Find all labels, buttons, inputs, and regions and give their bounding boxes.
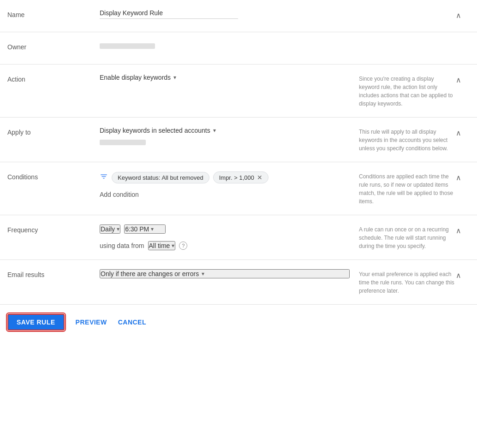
email-results-toggle[interactable] bbox=[456, 269, 470, 280]
action-dropdown-arrow-icon: ▾ bbox=[173, 74, 176, 81]
email-results-hint: Your email preference is applied each ti… bbox=[350, 269, 456, 295]
chip-keyword-status-label: Keyword status: All but removed bbox=[118, 174, 203, 181]
email-results-label: Email results bbox=[7, 269, 100, 278]
chevron-up-icon bbox=[456, 11, 461, 20]
footer: SAVE RULE PREVIEW CANCEL bbox=[0, 305, 477, 340]
preview-button[interactable]: PREVIEW bbox=[76, 318, 107, 326]
conditions-row: Keyword status: All but removed Impr. > … bbox=[100, 171, 350, 183]
email-dropdown-arrow-icon: ▾ bbox=[202, 271, 204, 277]
owner-hint bbox=[350, 41, 456, 42]
name-toggle[interactable] bbox=[456, 9, 470, 20]
chevron-up-icon bbox=[456, 129, 461, 137]
name-label: Name bbox=[7, 9, 100, 18]
name-section: Name Display Keyword Rule bbox=[0, 0, 477, 32]
action-label: Action bbox=[7, 74, 100, 83]
apply-to-placeholder bbox=[100, 140, 146, 145]
conditions-content: Keyword status: All but removed Impr. > … bbox=[100, 171, 350, 198]
chevron-up-icon bbox=[456, 76, 461, 84]
data-range-value: All time bbox=[149, 242, 170, 249]
help-icon[interactable]: ? bbox=[179, 242, 187, 250]
name-hint bbox=[350, 9, 456, 10]
apply-to-section: Apply to Display keywords in selected ac… bbox=[0, 118, 477, 162]
action-dropdown-value: Enable display keywords bbox=[100, 74, 171, 81]
owner-placeholder bbox=[100, 43, 155, 49]
data-range-dropdown[interactable]: All time ▾ bbox=[148, 241, 176, 250]
frequency-dropdown[interactable]: Daily ▾ bbox=[100, 224, 120, 234]
chip-impr-label: Impr. > 1,000 bbox=[219, 174, 254, 181]
email-results-content: Only if there are changes or errors ▾ bbox=[100, 269, 350, 278]
owner-content bbox=[100, 41, 350, 49]
condition-chip-keyword-status: Keyword status: All but removed bbox=[112, 172, 209, 183]
action-section: Action Enable display keywords ▾ Since y… bbox=[0, 65, 477, 118]
frequency-section: Frequency Daily ▾ 6:30 PM ▾ using data f… bbox=[0, 215, 477, 260]
apply-to-label: Apply to bbox=[7, 127, 100, 136]
conditions-toggle[interactable] bbox=[456, 171, 470, 182]
frequency-content: Daily ▾ 6:30 PM ▾ using data from All ti… bbox=[100, 224, 350, 250]
condition-chip-impr: Impr. > 1,000 ✕ bbox=[213, 171, 268, 183]
chevron-up-icon bbox=[456, 271, 461, 280]
conditions-hint: Conditions are applied each time the rul… bbox=[350, 171, 456, 206]
cancel-button[interactable]: CANCEL bbox=[118, 318, 146, 326]
name-value: Display Keyword Rule bbox=[100, 9, 238, 19]
time-dropdown-arrow-icon: ▾ bbox=[151, 226, 154, 232]
action-toggle[interactable] bbox=[456, 74, 470, 84]
name-content: Display Keyword Rule bbox=[100, 9, 350, 19]
frequency-hint: A rule can run once or on a recurring sc… bbox=[350, 224, 456, 250]
owner-section: Owner bbox=[0, 32, 477, 65]
frequency-value: Daily bbox=[101, 225, 115, 233]
data-range-arrow-icon: ▾ bbox=[172, 242, 174, 249]
frequency-toggle[interactable] bbox=[456, 224, 470, 235]
freq-dropdown-arrow-icon: ▾ bbox=[117, 226, 119, 232]
apply-to-dropdown-arrow-icon: ▾ bbox=[213, 127, 216, 134]
apply-to-dropdown-value: Display keywords in selected accounts bbox=[100, 127, 210, 134]
apply-to-dropdown[interactable]: Display keywords in selected accounts ▾ bbox=[100, 127, 350, 134]
filter-icon bbox=[100, 172, 108, 183]
apply-to-toggle[interactable] bbox=[456, 127, 470, 137]
owner-toggle bbox=[456, 41, 470, 43]
email-results-section: Email results Only if there are changes … bbox=[0, 260, 477, 305]
action-dropdown[interactable]: Enable display keywords ▾ bbox=[100, 74, 350, 81]
using-data-label: using data from bbox=[100, 242, 144, 249]
page-container: Name Display Keyword Rule Owner Action E… bbox=[0, 0, 477, 340]
owner-label: Owner bbox=[7, 41, 100, 51]
chip-close-icon[interactable]: ✕ bbox=[257, 174, 262, 181]
frequency-label: Frequency bbox=[7, 224, 100, 234]
add-condition-button[interactable]: Add condition bbox=[100, 191, 350, 198]
conditions-label: Conditions bbox=[7, 171, 100, 181]
chevron-up-icon bbox=[456, 173, 461, 182]
apply-to-hint: This rule will apply to all display keyw… bbox=[350, 127, 456, 153]
frequency-time-dropdown[interactable]: 6:30 PM ▾ bbox=[124, 224, 166, 234]
save-rule-button[interactable]: SAVE RULE bbox=[7, 314, 65, 330]
action-hint: Since you're creating a display keyword … bbox=[350, 74, 456, 108]
frequency-time-value: 6:30 PM bbox=[125, 225, 149, 233]
email-results-dropdown[interactable]: Only if there are changes or errors ▾ bbox=[100, 269, 350, 278]
conditions-section: Conditions Keyword status: All but remov… bbox=[0, 162, 477, 215]
using-data-row: using data from All time ▾ ? bbox=[100, 241, 350, 250]
action-content: Enable display keywords ▾ bbox=[100, 74, 350, 81]
chevron-up-icon bbox=[456, 226, 461, 235]
email-results-value: Only if there are changes or errors bbox=[101, 270, 199, 277]
apply-to-content: Display keywords in selected accounts ▾ bbox=[100, 127, 350, 145]
frequency-row: Daily ▾ 6:30 PM ▾ bbox=[100, 224, 350, 234]
